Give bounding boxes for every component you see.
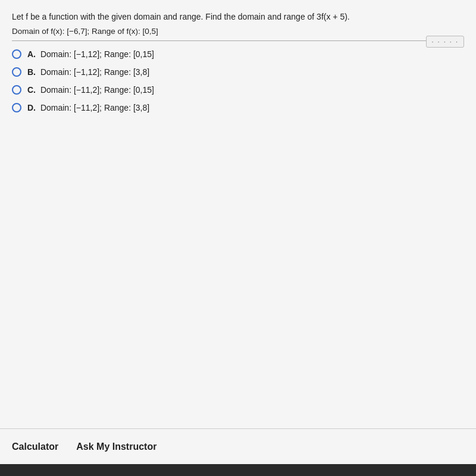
option-b[interactable]: B. Domain: [−1,12]; Range: [3,8] <box>12 67 464 77</box>
option-c-text: Domain: [−11,2]; Range: [0,15] <box>40 85 154 95</box>
bottom-bar: Calculator Ask My Instructor <box>0 428 476 464</box>
radio-d[interactable] <box>12 103 21 112</box>
option-a-letter: A. <box>27 49 36 59</box>
option-d-letter: D. <box>27 103 36 112</box>
ask-instructor-button[interactable]: Ask My Instructor <box>76 441 156 452</box>
radio-c[interactable] <box>12 85 21 95</box>
options-list: A. Domain: [−1,12]; Range: [0,15] B. Dom… <box>12 49 464 112</box>
option-d-label: D. Domain: [−11,2]; Range: [3,8] <box>27 103 149 112</box>
main-content: Let f be a function with the given domai… <box>0 0 476 428</box>
option-a-label: A. Domain: [−1,12]; Range: [0,15] <box>27 49 154 59</box>
option-d[interactable]: D. Domain: [−11,2]; Range: [3,8] <box>12 103 464 112</box>
option-d-text: Domain: [−11,2]; Range: [3,8] <box>40 103 149 112</box>
bottom-dark-bar <box>0 464 476 476</box>
option-c[interactable]: C. Domain: [−11,2]; Range: [0,15] <box>12 85 464 95</box>
radio-a[interactable] <box>12 49 21 59</box>
option-a[interactable]: A. Domain: [−1,12]; Range: [0,15] <box>12 49 464 59</box>
option-b-letter: B. <box>27 67 36 77</box>
option-c-letter: C. <box>27 85 36 95</box>
question-text: Let f be a function with the given domai… <box>12 11 464 23</box>
calculator-button[interactable]: Calculator <box>12 441 58 452</box>
option-b-text: Domain: [−1,12]; Range: [3,8] <box>40 67 149 77</box>
given-info: Domain of f(x): [−6,7]; Range of f(x): [… <box>12 27 464 36</box>
option-c-label: C. Domain: [−11,2]; Range: [0,15] <box>27 85 154 95</box>
dots-menu-button[interactable]: · · · · · <box>426 36 464 48</box>
radio-b[interactable] <box>12 67 21 77</box>
option-a-text: Domain: [−1,12]; Range: [0,15] <box>40 49 154 59</box>
option-b-label: B. Domain: [−1,12]; Range: [3,8] <box>27 67 149 77</box>
divider <box>12 40 464 41</box>
